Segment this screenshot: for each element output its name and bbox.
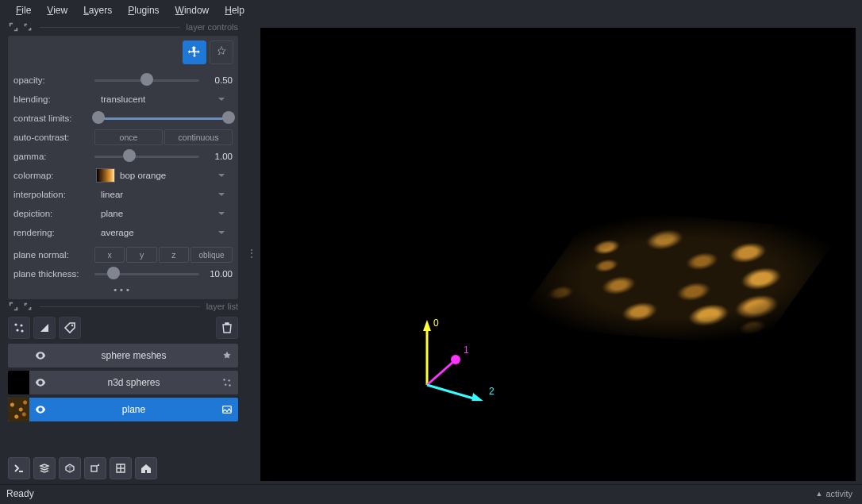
visibility-toggle-icon[interactable] bbox=[29, 344, 52, 367]
chevron-down-icon bbox=[217, 190, 226, 199]
layer-row-n3d-spheres[interactable]: n3d spheres bbox=[8, 371, 238, 394]
unpop-icon[interactable] bbox=[8, 301, 19, 312]
activity-toggle[interactable]: ▲activity bbox=[815, 489, 852, 498]
new-labels-layer-button[interactable] bbox=[59, 317, 81, 339]
plane-thickness-slider[interactable] bbox=[94, 267, 199, 281]
chevron-down-icon bbox=[217, 94, 226, 104]
transpose-button[interactable] bbox=[84, 457, 106, 479]
auto-contrast-once-button[interactable]: once bbox=[94, 129, 163, 145]
menu-window[interactable]: Window bbox=[167, 3, 217, 17]
svg-point-15 bbox=[451, 355, 460, 364]
plane-normal-z-button[interactable]: z bbox=[159, 247, 189, 263]
auto-contrast-continuous-button[interactable]: continuous bbox=[164, 129, 233, 145]
blending-label: blending: bbox=[13, 94, 91, 104]
rendering-label: rendering: bbox=[13, 228, 91, 237]
layer-row-sphere-meshes[interactable]: sphere meshes bbox=[8, 344, 238, 367]
panel-divider[interactable]: ⋮ bbox=[246, 21, 257, 484]
layer-name: plane bbox=[52, 404, 216, 415]
gamma-slider[interactable] bbox=[94, 149, 199, 164]
ndisplay-button[interactable] bbox=[33, 457, 56, 479]
layer-thumbnail bbox=[8, 344, 29, 367]
chevron-down-icon bbox=[217, 209, 226, 218]
grid-button[interactable] bbox=[110, 457, 132, 479]
menu-view[interactable]: View bbox=[39, 3, 75, 17]
new-shapes-layer-button[interactable] bbox=[33, 317, 56, 339]
rendered-plane bbox=[510, 209, 844, 347]
interpolation-select[interactable]: linear bbox=[94, 186, 233, 203]
svg-text:0: 0 bbox=[433, 317, 439, 329]
colormap-select[interactable]: bop orange bbox=[94, 167, 233, 184]
chevron-down-icon bbox=[217, 171, 226, 180]
auto-contrast-label: auto-contrast: bbox=[13, 133, 91, 142]
depiction-select[interactable]: plane bbox=[94, 205, 233, 222]
blending-select[interactable]: translucent bbox=[94, 90, 233, 108]
layer-controls-header-label: layer controls bbox=[187, 22, 238, 32]
contrast-limits-slider[interactable] bbox=[94, 111, 233, 125]
svg-point-2 bbox=[16, 329, 18, 331]
svg-text:2: 2 bbox=[489, 386, 494, 397]
svg-point-6 bbox=[228, 379, 229, 381]
svg-marker-18 bbox=[471, 393, 484, 401]
popout-icon[interactable] bbox=[22, 21, 33, 33]
delete-layer-button[interactable] bbox=[216, 317, 238, 339]
svg-point-5 bbox=[223, 379, 225, 380]
opacity-slider[interactable] bbox=[94, 73, 199, 87]
svg-point-7 bbox=[225, 383, 226, 385]
depiction-label: depiction: bbox=[13, 209, 91, 218]
menu-bar: File View Layers Plugins Window Help bbox=[0, 0, 862, 21]
svg-marker-12 bbox=[423, 320, 431, 331]
points-type-icon bbox=[216, 371, 238, 394]
visibility-toggle-icon[interactable] bbox=[29, 371, 52, 394]
layer-controls-panel: opacity: 0.50 blending: translucent cont… bbox=[8, 36, 238, 299]
gamma-label: gamma: bbox=[13, 152, 91, 161]
star-icon bbox=[216, 344, 238, 367]
svg-point-8 bbox=[229, 384, 230, 386]
svg-line-14 bbox=[427, 361, 454, 385]
visibility-toggle-icon[interactable] bbox=[29, 398, 52, 421]
svg-point-3 bbox=[21, 329, 23, 332]
plane-thickness-label: plane thickness: bbox=[13, 269, 91, 279]
rendering-select[interactable]: average bbox=[94, 224, 233, 241]
contrast-limits-label: contrast limits: bbox=[13, 113, 91, 123]
menu-help[interactable]: Help bbox=[217, 3, 252, 17]
menu-file[interactable]: File bbox=[8, 3, 39, 17]
layer-list-header-label: layer list bbox=[206, 302, 238, 311]
layer-row-plane[interactable]: plane bbox=[8, 398, 238, 421]
gamma-value: 1.00 bbox=[202, 152, 233, 161]
chevron-down-icon bbox=[217, 228, 226, 237]
svg-rect-10 bbox=[91, 466, 97, 471]
svg-line-17 bbox=[427, 385, 476, 399]
viewer-buttons bbox=[0, 451, 246, 484]
roll-dims-button[interactable] bbox=[59, 457, 81, 479]
axes-overlay: 0 1 2 bbox=[411, 298, 506, 401]
menu-layers[interactable]: Layers bbox=[75, 3, 120, 17]
new-points-layer-button[interactable] bbox=[8, 317, 30, 339]
transform-mode-button[interactable] bbox=[210, 40, 233, 64]
status-bar: Ready ▲activity bbox=[0, 484, 862, 504]
canvas-viewer[interactable]: 0 1 2 bbox=[260, 28, 856, 481]
menu-plugins[interactable]: Plugins bbox=[120, 3, 167, 17]
svg-point-0 bbox=[14, 323, 17, 325]
unpop-icon[interactable] bbox=[8, 21, 19, 33]
interpolation-label: interpolation: bbox=[13, 190, 91, 199]
plane-normal-label: plane normal: bbox=[13, 250, 91, 260]
home-button[interactable] bbox=[135, 457, 157, 479]
expand-controls-toggle[interactable]: ••• bbox=[13, 283, 233, 294]
layer-name: n3d spheres bbox=[52, 377, 216, 388]
left-panel: layer controls opacity: 0.50 bbox=[0, 21, 246, 484]
svg-point-4 bbox=[71, 325, 73, 326]
pan-zoom-mode-button[interactable] bbox=[183, 40, 206, 64]
layer-thumbnail bbox=[8, 371, 29, 394]
image-type-icon bbox=[216, 398, 238, 421]
console-button[interactable] bbox=[8, 457, 30, 479]
plane-normal-oblique-button[interactable]: oblique bbox=[190, 247, 233, 263]
popout-icon[interactable] bbox=[22, 301, 33, 312]
status-text: Ready bbox=[6, 488, 34, 499]
opacity-value: 0.50 bbox=[202, 75, 233, 85]
plane-normal-y-button[interactable]: y bbox=[126, 247, 156, 263]
plane-normal-x-button[interactable]: x bbox=[94, 247, 125, 263]
layer-name: sphere meshes bbox=[52, 350, 216, 361]
colormap-swatch bbox=[96, 168, 115, 183]
svg-point-1 bbox=[20, 324, 22, 326]
opacity-label: opacity: bbox=[13, 75, 91, 85]
